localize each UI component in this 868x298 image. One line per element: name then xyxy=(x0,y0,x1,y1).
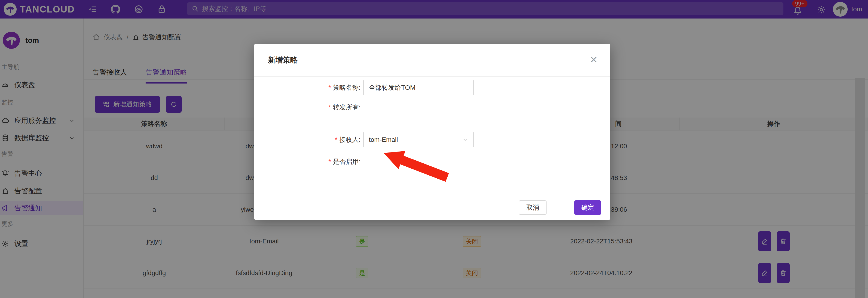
required-mark: * xyxy=(329,104,331,111)
required-mark: * xyxy=(329,84,331,91)
modal-title: 新增策略 xyxy=(268,55,298,65)
form-row-policy-name: *策略名称: xyxy=(254,80,610,95)
form-row-forward-all: *转发所有: xyxy=(254,100,610,115)
close-icon[interactable]: ✕ xyxy=(587,53,600,66)
modal-header: 新增策略 ✕ xyxy=(254,44,610,77)
cancel-button[interactable]: 取消 xyxy=(519,200,547,215)
required-mark: * xyxy=(335,136,337,143)
modal-footer: 取消 确定 xyxy=(254,197,610,220)
toggle-knob xyxy=(355,162,362,169)
form-row-enable: *是否启用: xyxy=(254,154,610,169)
toggle-knob xyxy=(355,108,362,115)
chevron-down-icon xyxy=(462,137,468,143)
required-mark: * xyxy=(329,158,331,165)
receiver-label: *接收人: xyxy=(268,135,361,144)
policy-name-label: *策略名称: xyxy=(268,83,361,92)
form-row-receiver: *接收人: tom-Email xyxy=(254,132,610,147)
enable-label: *是否启用: xyxy=(268,157,361,166)
receiver-select[interactable]: tom-Email xyxy=(363,132,474,147)
policy-name-input[interactable] xyxy=(363,80,474,95)
forward-all-label: *转发所有: xyxy=(268,103,361,112)
confirm-button[interactable]: 确定 xyxy=(574,200,601,215)
receiver-select-value: tom-Email xyxy=(369,136,398,143)
add-policy-modal: 新增策略 ✕ *策略名称: *转发所有: *接收人: tom-Email *是否… xyxy=(254,44,610,220)
